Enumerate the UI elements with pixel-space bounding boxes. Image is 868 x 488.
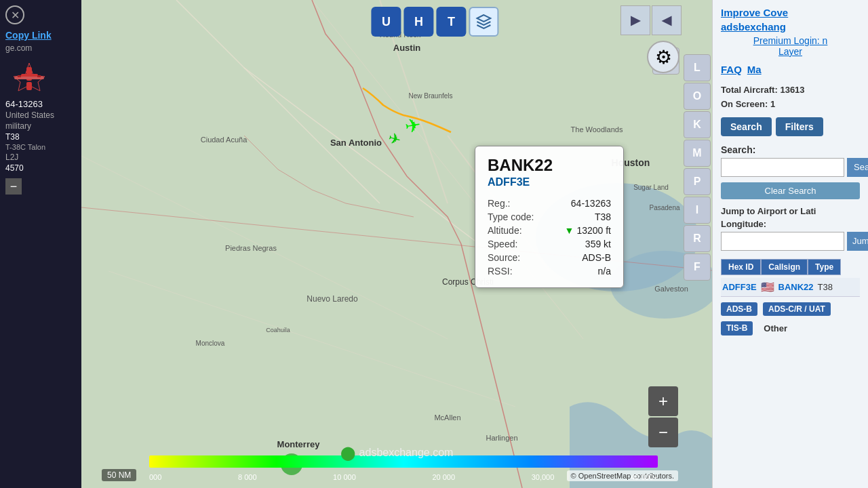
side-nav-p[interactable]: P [684, 168, 711, 195]
collapse-button[interactable]: − [5, 178, 22, 195]
svg-text:Nuevo Laredo: Nuevo Laredo [307, 294, 358, 304]
aircraft-thumbnail [5, 60, 53, 94]
right-panel: Improve Cove adsbexchang Premium Login: … [712, 0, 868, 488]
side-nav-o[interactable]: O [684, 83, 711, 110]
stats-panel: Total Aircraft: 13613 On Screen: 1 [721, 83, 860, 112]
adsb-logo: ⬤ adsbexchange.com [340, 445, 454, 461]
side-nav-m[interactable]: M [684, 140, 711, 167]
left-sidebar: ✕ Copy Link ge.com 64-13263 United State… [0, 0, 81, 488]
top-arrows: ▶ ◀ [620, 5, 682, 35]
svg-text:San Antonio: San Antonio [330, 138, 382, 148]
type-code-label: Type code: [488, 210, 557, 224]
zoom-controls: + − [648, 386, 678, 447]
close-button[interactable]: ✕ [5, 5, 24, 24]
backward-arrow-button[interactable]: ◀ [652, 5, 682, 35]
side-nav-i[interactable]: I [684, 197, 711, 224]
zoom-in-button[interactable]: + [648, 386, 678, 416]
source-row: ADS-B ADS-C/R / UAT [721, 302, 860, 316]
type-name: T-38C Talon [5, 143, 76, 151]
result-header-row: Hex ID Callsign Type [721, 259, 860, 275]
icao: L2J [5, 152, 76, 162]
svg-text:Austin: Austin [393, 43, 421, 53]
alt-label-4: 30,000 [532, 473, 555, 481]
clear-search-button[interactable]: Clear Search [721, 182, 860, 199]
popup-callsign: BANK22 [488, 156, 611, 175]
u-button[interactable]: U [371, 7, 401, 37]
jump-button[interactable]: Jum [847, 232, 868, 251]
rssi-value: n/a [557, 264, 611, 278]
adsb-exchange-link[interactable]: adsbexchang [721, 21, 860, 33]
domain-text: ge.com [5, 43, 76, 53]
type-code: T38 [5, 132, 76, 142]
result-flag: 🇺🇸 [761, 281, 774, 293]
side-nav-f[interactable]: F [684, 253, 711, 281]
alt-label-3: 20 000 [432, 473, 455, 481]
reg-label: Reg.: [488, 197, 557, 210]
other-label[interactable]: Other [758, 321, 793, 336]
side-nav: L O K M P I R F [682, 0, 712, 488]
svg-text:Sugar Land: Sugar Land [633, 184, 669, 191]
table-row[interactable]: ADFF3E 🇺🇸 BANK22 T38 [721, 278, 860, 297]
map-container[interactable]: Round Rock Austin San Antonio New Braunf… [81, 0, 712, 488]
tis-b-badge[interactable]: TIS-B [721, 321, 753, 336]
squawk: 4570 [5, 163, 76, 173]
premium-login-link[interactable]: Premium Login: n Layer [721, 35, 860, 57]
forward-arrow-button[interactable]: ▶ [620, 5, 650, 35]
result-callsign: BANK22 [778, 282, 814, 292]
callsign-header[interactable]: Callsign [761, 259, 808, 275]
longitude-label: Longitude: [721, 219, 860, 229]
result-hex-id: ADFF3E [722, 282, 757, 292]
side-nav-k[interactable]: K [684, 111, 711, 138]
tis-b-row: TIS-B Other [721, 321, 860, 336]
svg-rect-5 [18, 75, 21, 77]
svg-text:Ciudad Acuña: Ciudad Acuña [201, 136, 248, 144]
svg-rect-6 [37, 75, 41, 77]
country: United States [5, 110, 76, 120]
map-link[interactable]: Ma [747, 64, 762, 75]
jump-input[interactable] [721, 232, 844, 251]
source-value: ADS-B [557, 251, 611, 264]
side-nav-r[interactable]: R [684, 225, 711, 252]
svg-text:Monclova: Monclova [196, 340, 225, 347]
zoom-out-button[interactable]: − [648, 418, 678, 447]
altitude-arrow: ▼ [565, 225, 574, 236]
side-nav-l[interactable]: L [684, 54, 711, 81]
map-button-group: U H T [371, 7, 498, 37]
svg-rect-4 [26, 82, 32, 90]
settings-button[interactable]: ⚙ [647, 41, 679, 73]
scale-bar: 50 NM [102, 469, 136, 481]
altitude-labels: 000 8 000 10 000 20 000 30,000 40 000+ [149, 473, 658, 481]
scale-value: 50 NM [107, 470, 131, 480]
layer-button[interactable] [469, 7, 498, 37]
speed-label: Speed: [488, 237, 557, 251]
nav-links: FAQ Ma [721, 64, 860, 75]
type-header[interactable]: Type [808, 259, 841, 275]
speed-value: 359 kt [557, 237, 611, 251]
popup-hex-id: ADFF3E [488, 176, 611, 188]
popup-details: Reg.: 64-13263 Type code: T38 Altitude: … [488, 197, 611, 278]
on-screen-stat: On Screen: 1 [721, 98, 860, 112]
adsb-site-name: adsbexchange.com [359, 447, 454, 459]
reg-value: 64-13263 [557, 197, 611, 210]
gear-icon: ⚙ [655, 46, 672, 68]
search-label: Search: [721, 144, 860, 155]
rssi-label: RSSI: [488, 264, 557, 278]
hex-id-header[interactable]: Hex ID [721, 259, 761, 275]
t-button[interactable]: T [436, 7, 466, 37]
search-row: Sear [721, 158, 860, 177]
total-aircraft-stat: Total Aircraft: 13613 [721, 83, 860, 98]
search-input[interactable] [721, 158, 844, 177]
improve-coverage-link[interactable]: Improve Cove [721, 7, 860, 18]
alt-label-5: 40 000+ [631, 473, 658, 481]
jump-label: Jump to Airport or Lati [721, 206, 860, 216]
alt-label-0: 000 [149, 473, 161, 481]
search-go-button[interactable]: Sear [847, 158, 868, 177]
svg-text:Monterrey: Monterrey [277, 439, 321, 449]
copy-link[interactable]: Copy Link [5, 30, 76, 41]
h-button[interactable]: H [403, 7, 433, 37]
search-button[interactable]: Search [721, 117, 772, 136]
filters-button[interactable]: Filters [776, 117, 823, 136]
faq-link[interactable]: FAQ [721, 64, 742, 75]
ads-c-badge[interactable]: ADS-C/R / UAT [763, 302, 831, 316]
ads-b-badge[interactable]: ADS-B [721, 302, 757, 316]
